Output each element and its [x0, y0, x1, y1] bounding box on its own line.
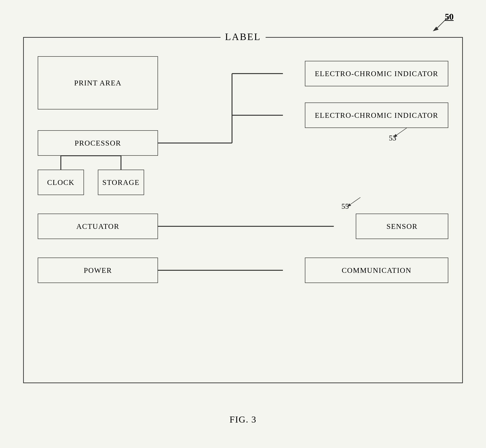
sensor-box: SENSOR — [356, 214, 448, 239]
communication-box: COMMUNICATION — [305, 257, 448, 283]
main-label-box: LABEL PRINT AREA PROCESSOR CLOCK STORAGE… — [23, 37, 463, 383]
storage-label: STORAGE — [102, 178, 140, 187]
reference-50: 50 — [445, 12, 454, 22]
label-title: LABEL — [220, 31, 266, 42]
print-area-box: PRINT AREA — [38, 56, 158, 110]
ref-55-arrow — [344, 195, 363, 209]
power-box: POWER — [38, 257, 158, 283]
eci-2-label: ELECTRO-CHROMIC INDICATOR — [315, 111, 438, 120]
ref-53-arrow — [391, 126, 409, 140]
sensor-label: SENSOR — [386, 222, 418, 231]
communication-label: COMMUNICATION — [342, 266, 412, 275]
svg-marker-3 — [393, 134, 397, 137]
clock-label: CLOCK — [47, 178, 74, 187]
page: 50 LABEL PRINT AREA PROCESSOR CLOCK STOR… — [0, 0, 486, 448]
svg-marker-5 — [347, 203, 351, 207]
svg-line-4 — [349, 197, 361, 206]
svg-line-2 — [395, 128, 407, 136]
actuator-label: ACTUATOR — [76, 222, 119, 231]
clock-box: CLOCK — [38, 170, 84, 195]
figure-caption: FIG. 3 — [229, 414, 256, 425]
power-label: POWER — [84, 266, 112, 275]
storage-box: STORAGE — [98, 170, 144, 195]
processor-box: PROCESSOR — [38, 130, 158, 156]
processor-label: PROCESSOR — [74, 139, 121, 147]
print-area-label: PRINT AREA — [74, 79, 121, 87]
eci-1-label: ELECTRO-CHROMIC INDICATOR — [315, 69, 438, 78]
actuator-box: ACTUATOR — [38, 214, 158, 239]
eci-1-box: ELECTRO-CHROMIC INDICATOR — [305, 61, 448, 86]
eci-2-box: ELECTRO-CHROMIC INDICATOR — [305, 103, 448, 128]
